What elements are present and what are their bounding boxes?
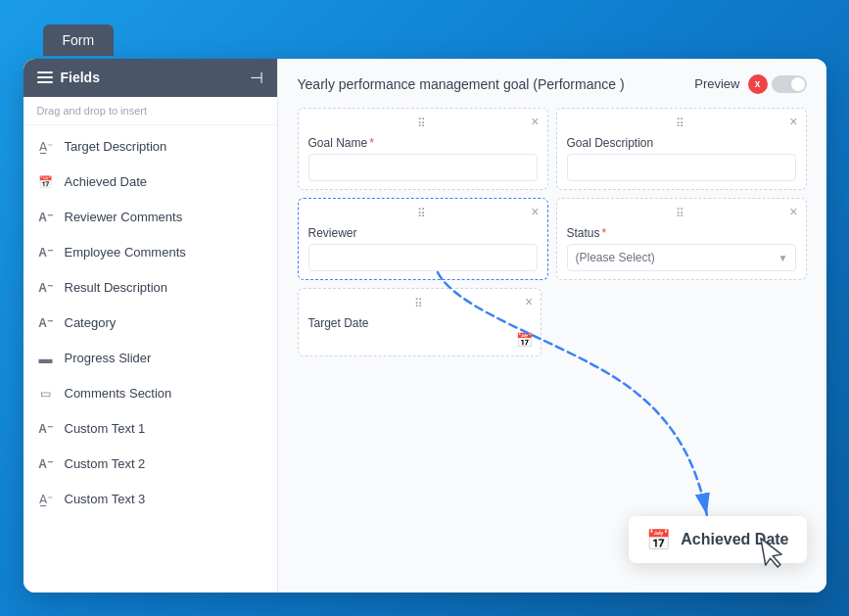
status-select-wrapper: (Please Select) ▼: [567, 244, 796, 271]
sidebar-item-achieved-date[interactable]: Achieved Date: [24, 165, 277, 200]
reviewer-label: Reviewer: [308, 226, 538, 240]
drag-dots: ⠿: [417, 117, 428, 130]
empty-cell-placeholder: [549, 288, 806, 356]
form-row-1: ⠿ × Goal Name* ⠿ × Goal Description: [298, 108, 807, 190]
sidebar-item-target-description[interactable]: Target Description: [24, 129, 277, 165]
status-cell: ⠿ × Status* (Please Select) ▼: [556, 198, 807, 280]
sidebar-item-label: Reviewer Comments: [65, 210, 183, 224]
goal-description-label: Goal Description: [567, 136, 796, 150]
sidebar-item-label: Custom Text 1: [65, 421, 146, 436]
goal-name-close[interactable]: ×: [531, 115, 539, 128]
text-icon: [37, 455, 55, 473]
goal-description-cell: ⠿ × Goal Description: [556, 108, 807, 190]
sidebar-item-category[interactable]: Category: [24, 306, 277, 341]
sidebar-item-employee-comments[interactable]: Employee Comments: [24, 235, 277, 270]
form-row-3: ⠿ × Target Date 📅: [298, 288, 807, 356]
content-title: Yearly performance management goal (Perf…: [298, 76, 625, 92]
sidebar-item-result-description[interactable]: Result Description: [24, 270, 277, 306]
goal-name-input[interactable]: [308, 154, 538, 181]
reviewer-cell: ⠿ × Reviewer: [298, 198, 548, 280]
sidebar-item-label: Comments Section: [65, 386, 172, 401]
sidebar-item-label: Target Description: [65, 139, 167, 154]
sidebar-item-custom-text-2[interactable]: Custom Text 2: [24, 447, 277, 482]
sidebar-item-label: Achieved Date: [65, 174, 148, 189]
achieved-date-card-label: Achieved Date: [681, 531, 788, 548]
preview-toggle: Preview x: [694, 74, 806, 94]
calendar-card-icon: 📅: [646, 528, 671, 551]
sidebar-item-label: Result Description: [65, 280, 168, 295]
drag-handle[interactable]: ⠿: [567, 117, 796, 130]
text-icon: [37, 314, 55, 332]
toggle-bar: [772, 75, 807, 93]
collapse-icon[interactable]: ⊣: [250, 69, 263, 87]
sidebar-item-custom-text-1[interactable]: Custom Text 1: [24, 411, 277, 447]
goal-name-cell: ⠿ × Goal Name*: [298, 108, 548, 190]
content-header: Yearly performance management goal (Perf…: [298, 74, 807, 94]
sidebar-item-label: Custom Text 3: [65, 492, 146, 506]
form-row-2: ⠿ × Reviewer ⠿ × Status*: [298, 198, 807, 280]
goal-name-label: Goal Name*: [308, 136, 538, 150]
target-date-label: Target Date: [308, 316, 532, 330]
text-icon: [37, 244, 55, 261]
main-content: Yearly performance management goal (Perf…: [278, 59, 826, 592]
sidebar-item-label: Category: [65, 315, 117, 330]
text-icon: [37, 279, 55, 297]
goal-description-input[interactable]: [567, 154, 796, 181]
reviewer-close[interactable]: ×: [531, 205, 539, 218]
status-label: Status*: [567, 226, 796, 240]
main-container: Form Fields ⊣ Drag and drop to insert: [24, 24, 826, 592]
preview-label: Preview: [694, 76, 739, 91]
drag-dots: ⠿: [417, 207, 428, 220]
goal-description-close[interactable]: ×: [789, 115, 797, 128]
sidebar-items: Target Description Achieved Date Reviewe…: [24, 125, 277, 592]
sidebar-item-comments-section[interactable]: Comments Section: [24, 376, 277, 411]
sidebar-header: Fields ⊣: [24, 59, 277, 97]
hamburger-icon[interactable]: [37, 71, 53, 83]
sidebar-item-reviewer-comments[interactable]: Reviewer Comments: [24, 200, 277, 235]
form-tab[interactable]: Form: [43, 24, 115, 56]
sidebar: Fields ⊣ Drag and drop to insert Target …: [24, 59, 278, 592]
drag-handle[interactable]: ⠿: [308, 297, 532, 310]
progress-icon: [37, 350, 55, 367]
drag-dots: ⠿: [676, 117, 686, 130]
form-tab-label: Form: [63, 32, 95, 48]
sidebar-title: Fields: [61, 70, 100, 85]
text-icon: [37, 420, 55, 438]
text-underline-icon: [37, 138, 55, 156]
drag-handle[interactable]: ⠿: [308, 207, 538, 220]
sidebar-item-label: Custom Text 2: [65, 456, 146, 471]
text-underline-icon: [37, 491, 55, 508]
calendar-icon: 📅: [516, 332, 533, 348]
target-date-close[interactable]: ×: [525, 295, 533, 308]
drag-hint: Drag and drop to insert: [24, 97, 277, 125]
drag-dots: ⠿: [414, 297, 425, 310]
toggle-off-indicator: x: [748, 74, 768, 94]
status-select[interactable]: (Please Select): [567, 244, 796, 271]
sidebar-item-custom-text-3[interactable]: Custom Text 3: [24, 482, 277, 517]
calendar-icon: [37, 173, 55, 191]
achieved-date-card: 📅 Achieved Date: [629, 516, 806, 563]
white-panel: Fields ⊣ Drag and drop to insert Target …: [24, 59, 826, 592]
drag-dots: ⠿: [676, 207, 686, 220]
sidebar-item-label: Progress Slider: [65, 351, 152, 365]
form-grid: ⠿ × Goal Name* ⠿ × Goal Description: [298, 108, 807, 356]
status-close[interactable]: ×: [789, 205, 797, 218]
toggle-switch[interactable]: x: [748, 74, 807, 94]
drag-handle[interactable]: ⠿: [308, 117, 538, 130]
sidebar-item-label: Employee Comments: [65, 245, 186, 260]
sidebar-header-left: Fields: [37, 70, 100, 85]
drag-handle[interactable]: ⠿: [567, 207, 796, 220]
reviewer-input[interactable]: [308, 244, 538, 271]
sidebar-item-progress-slider[interactable]: Progress Slider: [24, 341, 277, 376]
comments-icon: [37, 385, 55, 403]
target-date-cell: ⠿ × Target Date 📅: [298, 288, 542, 356]
text-icon: [37, 209, 55, 226]
